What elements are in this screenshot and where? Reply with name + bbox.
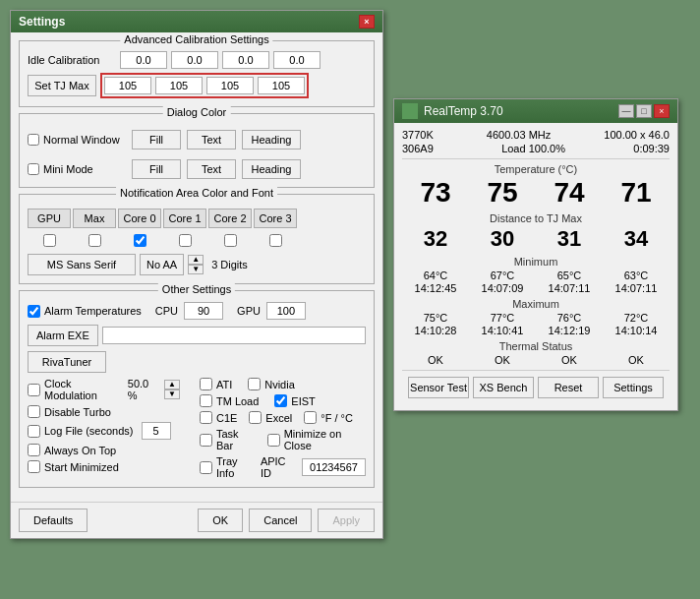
settings-cols: Clock Modulation 50.0 % ▲ ▼ Disable Turb… — [28, 378, 366, 479]
tm-load-checkbox[interactable] — [200, 394, 212, 407]
settings-window: Settings × Advanced Calibration Settings… — [10, 10, 383, 539]
mini-text-button[interactable]: Text — [187, 159, 236, 179]
tj-input-0[interactable] — [104, 77, 151, 94]
alarm-exe-button[interactable]: Alarm EXE — [28, 325, 98, 346]
apic-id-label: APIC ID — [261, 455, 294, 479]
eist-label: EIST — [291, 395, 315, 407]
c1e-checkbox[interactable] — [200, 411, 212, 424]
gpu-label: GPU — [237, 305, 261, 317]
alarm-exe-input[interactable] — [102, 327, 366, 344]
alarm-temps-checkbox[interactable] — [28, 305, 40, 318]
log-file-label: Log File (seconds) — [44, 425, 134, 437]
mini-fill-button[interactable]: Fill — [132, 159, 181, 179]
notification-grid: GPU Max Core 0 Core 1 Core 2 Core 3 MS — [28, 209, 366, 275]
mini-heading-button[interactable]: Heading — [242, 159, 301, 179]
notif-gpu-checkbox[interactable] — [43, 234, 56, 247]
idle-input-2[interactable] — [222, 51, 269, 69]
apic-id-input[interactable] — [302, 458, 366, 476]
notif-core2-label: Core 2 — [208, 209, 252, 228]
tm-load-label: TM Load — [216, 395, 259, 407]
notif-core0-checkbox[interactable] — [134, 234, 146, 247]
clock-spinner: ▲ ▼ — [164, 380, 180, 399]
clock-mod-checkbox[interactable] — [28, 384, 40, 396]
dist-val-0: 32 — [406, 226, 465, 252]
ok-button[interactable]: OK — [198, 509, 243, 532]
start-minimized-checkbox[interactable] — [28, 460, 40, 473]
ok-cancel-group: OK Cancel Apply — [198, 509, 375, 532]
xs-bench-button[interactable]: XS Bench — [473, 377, 534, 398]
always-on-top-row: Always On Top — [28, 444, 180, 456]
tj-inputs-group — [100, 73, 309, 98]
max-time-1: 14:10:41 — [473, 325, 532, 336]
clock-spin-down[interactable]: ▼ — [164, 389, 180, 399]
mini-mode-checkbox[interactable] — [28, 163, 39, 175]
fahr-checkbox[interactable] — [304, 411, 317, 424]
disable-turbo-label: Disable Turbo — [44, 406, 111, 418]
other-settings-title: Other Settings — [158, 283, 235, 295]
normal-window-label: Normal Window — [28, 134, 126, 146]
cpu-id: 3770K — [402, 129, 434, 141]
idle-input-0[interactable] — [120, 51, 167, 69]
always-on-top-checkbox[interactable] — [28, 444, 40, 456]
gpu-input[interactable] — [266, 302, 306, 320]
ati-row: ATI Nvidia — [200, 378, 366, 390]
realtemp-maximize-button[interactable]: □ — [636, 104, 652, 118]
settings-button[interactable]: Settings — [603, 377, 664, 398]
realtemp-close-button[interactable]: × — [654, 104, 670, 118]
settings-content: Advanced Calibration Settings Idle Calib… — [11, 32, 382, 502]
font-button[interactable]: MS Sans Serif — [28, 254, 136, 275]
spinner: ▲ ▼ — [188, 255, 204, 274]
alarm-temps-label: Alarm Temperatures — [28, 305, 142, 318]
eist-checkbox[interactable] — [274, 394, 287, 407]
disable-turbo-checkbox[interactable] — [28, 405, 40, 418]
normal-window-checkbox[interactable] — [28, 134, 39, 146]
tj-input-3[interactable] — [258, 77, 305, 94]
dialog-color-title: Dialog Color — [163, 106, 231, 118]
nvidia-checkbox[interactable] — [248, 378, 261, 390]
task-bar-checkbox[interactable] — [200, 434, 212, 447]
notif-gpu-label: GPU — [28, 209, 71, 228]
notif-core1-checkbox[interactable] — [179, 234, 192, 247]
reset-button[interactable]: Reset — [538, 377, 599, 398]
close-button[interactable]: × — [359, 15, 375, 29]
mini-mode-label: Mini Mode — [28, 163, 126, 175]
rivatuner-button[interactable]: RivaTuner — [28, 351, 106, 373]
normal-text-button[interactable]: Text — [187, 130, 236, 150]
realtemp-bottom-buttons: Sensor Test XS Bench Reset Settings — [402, 370, 670, 404]
cancel-button[interactable]: Cancel — [249, 509, 312, 532]
idle-input-3[interactable] — [273, 51, 321, 69]
spin-down-button[interactable]: ▼ — [188, 265, 204, 274]
dist-val-3: 34 — [607, 226, 666, 252]
idle-input-1[interactable] — [171, 51, 218, 69]
defaults-button[interactable]: Defaults — [19, 509, 88, 532]
tj-input-1[interactable] — [155, 77, 203, 94]
idle-calibration-row: Idle Calibration — [28, 51, 366, 69]
notif-core2-checkbox[interactable] — [224, 234, 237, 247]
spin-up-button[interactable]: ▲ — [188, 255, 204, 265]
aa-button[interactable]: No AA — [140, 254, 184, 275]
normal-fill-button[interactable]: Fill — [132, 130, 181, 150]
notif-max-checkbox[interactable] — [88, 234, 101, 247]
max-temp-3: 72°C — [607, 312, 666, 324]
minimize-checkbox[interactable] — [267, 434, 280, 447]
notification-header-row: GPU Max Core 0 Core 1 Core 2 Core 3 — [28, 209, 366, 228]
tray-info-checkbox[interactable] — [200, 461, 212, 474]
notif-core3-checkbox[interactable] — [269, 234, 282, 247]
normal-heading-button[interactable]: Heading — [242, 130, 301, 150]
cpu-input[interactable] — [184, 302, 223, 320]
apply-button[interactable]: Apply — [318, 509, 375, 532]
dist-val-1: 30 — [473, 226, 532, 252]
excel-checkbox[interactable] — [249, 411, 262, 424]
tj-input-2[interactable] — [206, 77, 254, 94]
log-file-checkbox[interactable] — [28, 425, 40, 438]
ati-checkbox[interactable] — [200, 378, 212, 390]
realtemp-minimize-button[interactable]: — — [618, 104, 634, 118]
notif-core3-label: Core 3 — [254, 209, 297, 228]
log-value-input[interactable] — [142, 422, 171, 440]
bottom-buttons: Defaults OK Cancel Apply — [11, 502, 382, 538]
stepping-row: 306A9 Load 100.0% 0:09:39 — [402, 143, 670, 154]
clock-spin-up[interactable]: ▲ — [164, 380, 180, 389]
thermal-val-2: OK — [540, 354, 599, 366]
set-tj-button[interactable]: Set TJ Max — [28, 75, 96, 96]
sensor-test-button[interactable]: Sensor Test — [408, 377, 469, 398]
